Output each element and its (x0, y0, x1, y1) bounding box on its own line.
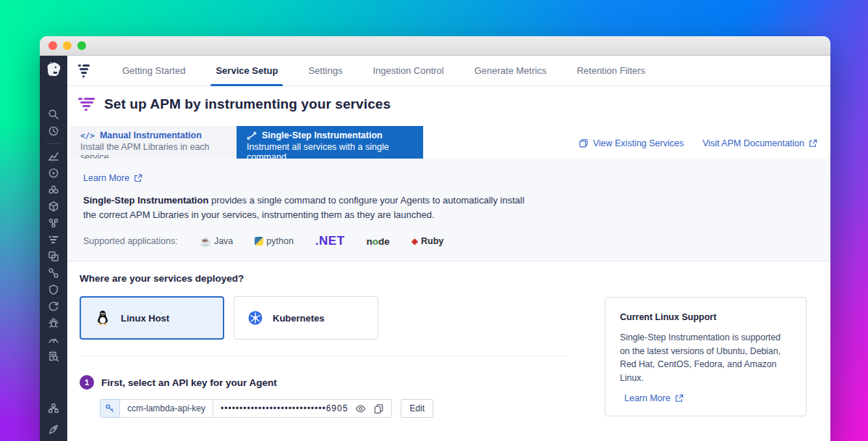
bug-tracking-icon[interactable] (48, 317, 59, 329)
dashboards-icon[interactable] (48, 251, 59, 262)
services-stack-icon (579, 138, 589, 148)
code-icon: </> (80, 131, 95, 140)
watchdog-icon[interactable] (48, 167, 59, 179)
datadog-logo-icon[interactable] (44, 61, 63, 80)
metrics-icon[interactable] (48, 151, 59, 162)
api-key-icon (100, 399, 120, 418)
sidebar-divider (46, 143, 61, 144)
teams-icon[interactable] (48, 403, 59, 417)
dotnet-logo: .NET (315, 234, 345, 248)
nodejs-logo: node (367, 236, 390, 247)
linux-host-card[interactable]: Linux Host (80, 296, 224, 340)
zoom-window-button[interactable] (77, 41, 86, 50)
external-link-icon (809, 139, 817, 148)
learn-more-link[interactable]: Learn More (83, 173, 142, 183)
processes-icon[interactable] (48, 217, 59, 229)
tab-generate-metrics[interactable]: Generate Metrics (459, 56, 562, 86)
java-logo: ☕Java (200, 236, 234, 247)
apm-icon[interactable] (48, 234, 59, 245)
service-map-icon[interactable] (48, 267, 59, 279)
apm-tab-navigation: Getting Started Service Setup Settings I… (67, 56, 830, 86)
product-sidebar (40, 56, 67, 441)
step-1-title: First, select an API key for your Agent (101, 377, 277, 388)
minimize-window-button[interactable] (63, 41, 72, 50)
rocket-icon[interactable] (48, 424, 59, 438)
description-text: Single-Step Instrumentation provides a s… (83, 193, 535, 222)
ruby-gem-icon: ◆ (412, 236, 418, 246)
support-card-learn-more-link[interactable]: Learn More (624, 393, 684, 403)
single-step-icon (247, 130, 257, 140)
instrumentation-tabs-row: </> Manual Instrumentation Install the A… (67, 126, 830, 159)
apm-flame-icon (78, 64, 90, 77)
search-icon[interactable] (48, 109, 59, 120)
python-logo: python (255, 236, 294, 246)
api-key-masked-value: ••••••••••••••••••••••••••••6905 (221, 403, 348, 413)
kubernetes-icon (247, 310, 263, 326)
security-icon[interactable] (48, 284, 59, 295)
synthetics-icon[interactable] (48, 334, 59, 345)
current-linux-support-card: Current Linux Support Single-Step Instru… (605, 297, 807, 416)
history-icon[interactable] (48, 125, 59, 137)
java-coffee-icon: ☕ (200, 236, 211, 247)
supported-applications-label: Supported applications: (83, 236, 178, 246)
page-header: Set up APM by instrumenting your service… (67, 86, 830, 122)
linux-host-label: Linux Host (121, 313, 169, 324)
notebooks-icon[interactable] (48, 184, 59, 196)
ci-pipeline-icon[interactable] (48, 301, 59, 312)
view-existing-services-link[interactable]: View Existing Services (579, 138, 684, 148)
section-divider (80, 356, 568, 356)
tab-ingestion-control[interactable]: Ingestion Control (357, 56, 459, 86)
step-1-badge: 1 (80, 375, 94, 390)
support-card-body: Single-Step Instrumentation is supported… (620, 331, 791, 385)
support-card-title: Current Linux Support (620, 312, 791, 322)
external-link-icon (675, 394, 684, 403)
linux-penguin-icon (94, 309, 111, 327)
python-icon (255, 237, 263, 245)
tab-getting-started[interactable]: Getting Started (107, 56, 200, 86)
copy-key-icon[interactable] (373, 403, 384, 414)
kubernetes-label: Kubernetes (273, 313, 325, 324)
reveal-key-icon[interactable] (355, 403, 366, 414)
visit-apm-documentation-link[interactable]: Visit APM Documentation (702, 138, 817, 148)
deployment-question: Where are your services deployed? (80, 273, 830, 284)
window-titlebar (40, 36, 830, 56)
manual-instrumentation-tab[interactable]: </> Manual Instrumentation Install the A… (70, 126, 237, 159)
tab-settings[interactable]: Settings (293, 56, 357, 86)
api-key-name[interactable]: ccm-lambda-api-key (119, 399, 213, 418)
single-step-instrumentation-tab[interactable]: Single-Step Instrumentation Instrument a… (237, 126, 423, 159)
infrastructure-icon[interactable] (48, 201, 59, 212)
api-key-value: ••••••••••••••••••••••••••••6905 (213, 399, 392, 418)
tab-retention-filters[interactable]: Retention Filters (561, 56, 660, 86)
ruby-logo: ◆Ruby (412, 236, 443, 246)
external-link-icon (134, 174, 142, 182)
single-step-description-panel: Learn More Single-Step Instrumentation p… (67, 159, 830, 261)
kubernetes-card[interactable]: Kubernetes (234, 296, 378, 340)
tab-service-setup[interactable]: Service Setup (200, 56, 293, 86)
app-window: Getting Started Service Setup Settings I… (40, 36, 830, 441)
edit-key-button[interactable]: Edit (401, 399, 433, 418)
close-window-button[interactable] (48, 41, 57, 50)
deployment-section: Where are your services deployed? Li (67, 261, 830, 441)
supported-applications-row: Supported applications: ☕Java python .NE… (83, 234, 816, 248)
page-title: Set up APM by instrumenting your service… (104, 96, 391, 112)
apm-flame-icon-purple (78, 98, 95, 111)
log-search-icon[interactable] (48, 350, 59, 362)
